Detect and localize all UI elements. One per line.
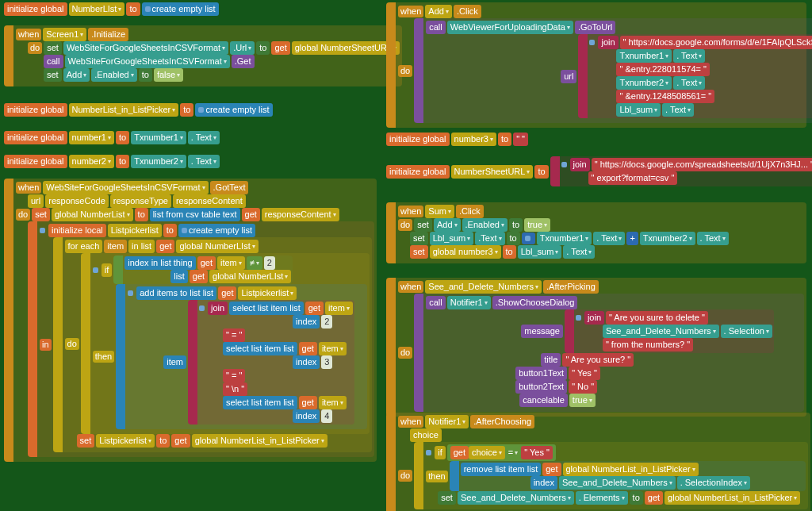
block-init-number2[interactable]: initialize global number2 to Txnumber2 .… [4,155,220,168]
create-empty-list: create empty list [142,2,219,16]
keyword-initialize-global: initialize global [4,2,67,16]
gear-icon [198,107,204,113]
block-sum-click[interactable]: when Sum .Click do set Add .Enabled to t… [386,202,806,263]
gear-icon [40,228,45,233]
block-init-number1[interactable]: initialize global number1 to Txnumber1 .… [4,131,220,144]
block-screen-init[interactable]: when Screen1 .Initialize do set WebSiteF… [4,25,402,86]
gear-icon [561,162,567,167]
gear-icon [525,236,530,241]
gear-icon [426,450,431,455]
block-add-items[interactable]: add items to list list get Listpickerlis… [116,284,367,429]
block-foreach[interactable]: for each item in list get global NumberL… [53,237,372,452]
gear-icon [128,290,133,296]
block-afterpicking[interactable]: when See_and_Delete_Numbers .AfterPickin… [386,278,806,417]
block-add-click[interactable]: when Add .Click do call WebViewerForUplo… [386,2,806,128]
block-init-url[interactable]: initialize global NumberSheetURL to join… [386,156,812,186]
gear-icon [93,267,98,273]
gear-icon [199,305,205,311]
var-numberlist: NumberLIst [69,2,125,16]
block-gottext[interactable]: when WebSiteForGoogleSheetsInCSVFormat .… [4,179,377,462]
gear-icon [182,228,187,233]
gear-icon [589,40,595,45]
block-init-listpicker[interactable]: initialize global NumberList_in_ListPick… [4,103,273,117]
block-initialize-local[interactable]: initialize local Listpickerlist to creat… [28,221,374,457]
gear-icon [145,6,151,12]
block-init-number3[interactable]: initialize global number3 to " " [386,133,528,146]
block-afterchoosing[interactable]: when Notifier1 .AfterChoosing choice do … [386,413,810,511]
block-init-numberlist[interactable]: initialize global NumberLIst to create e… [4,2,219,16]
block-if[interactable]: if index in list thing get item ≠ 2 [81,253,370,434]
gear-icon [576,315,581,321]
